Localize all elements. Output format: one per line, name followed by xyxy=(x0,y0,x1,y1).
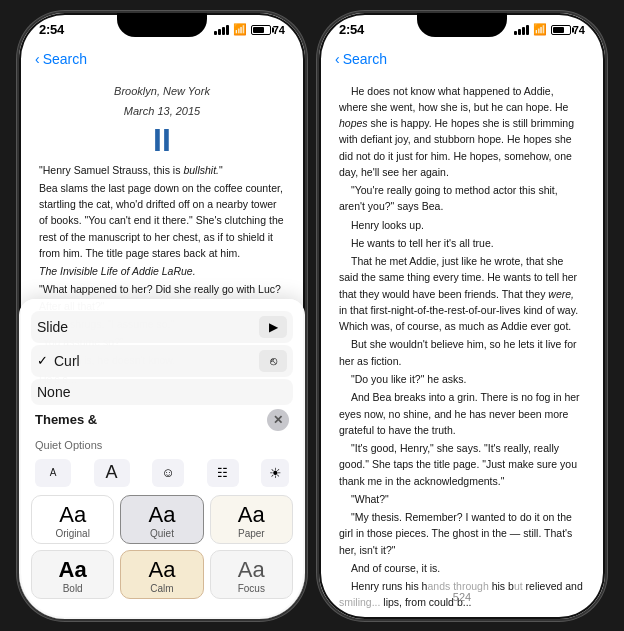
back-button[interactable]: ‹ Search xyxy=(35,51,87,67)
signal-icon xyxy=(214,25,229,35)
right-chevron-left-icon: ‹ xyxy=(335,51,340,67)
right-para-2: Henry looks up. xyxy=(339,217,585,233)
theme-paper-label: Paper xyxy=(238,528,265,539)
theme-quiet-label: Quiet xyxy=(150,528,174,539)
theme-bold-label: Bold xyxy=(63,583,83,594)
layout-button[interactable]: ☷ xyxy=(207,459,239,487)
layout-icon: ☷ xyxy=(217,466,228,480)
right-battery-level: 74 xyxy=(573,24,585,36)
theme-original-label: Original xyxy=(55,528,89,539)
right-para-7: And Bea breaks into a grin. There is no … xyxy=(339,389,585,438)
book-date: March 13, 2015 xyxy=(39,103,285,120)
right-para-8: "It's good, Henry," she says. "It's real… xyxy=(339,440,585,489)
page-number: 524 xyxy=(319,591,605,603)
theme-calm-aa: Aa xyxy=(149,559,176,581)
curl-option[interactable]: ✓ Curl ⎋ xyxy=(31,345,293,377)
theme-calm[interactable]: Aa Calm xyxy=(120,550,203,599)
book-para-1: Bea slams the last page down on the coff… xyxy=(39,180,285,261)
right-para-6: "Do you like it?" he asks. xyxy=(339,371,585,387)
slide-icon-box: ▶ xyxy=(259,316,287,338)
slide-option[interactable]: Slide ▶ xyxy=(31,311,293,343)
book-location: Brooklyn, New York xyxy=(39,83,285,100)
theme-paper[interactable]: Aa Paper xyxy=(210,495,293,544)
right-para-10: "My thesis. Remember? I wanted to do it … xyxy=(339,509,585,558)
theme-quiet-aa: Aa xyxy=(149,504,176,526)
book-content-right: He does not know what happened to Addie,… xyxy=(319,77,605,619)
book-para-2: The Invisible Life of Addie LaRue. xyxy=(39,263,285,279)
book-text-right: He does not know what happened to Addie,… xyxy=(339,83,585,611)
right-signal-icon xyxy=(514,25,529,35)
right-notch xyxy=(417,13,507,37)
right-back-button[interactable]: ‹ Search xyxy=(335,51,387,67)
brightness-button[interactable]: ☀ xyxy=(261,459,289,487)
none-label: None xyxy=(37,384,70,400)
right-status-bar: 2:54 📶 74 xyxy=(319,13,605,41)
theme-paper-aa: Aa xyxy=(238,504,265,526)
right-para-9: "What?" xyxy=(339,491,585,507)
back-label: Search xyxy=(43,51,87,67)
font-style-button[interactable]: ☺ xyxy=(152,459,184,487)
theme-bold[interactable]: Aa Bold xyxy=(31,550,114,599)
theme-calm-label: Calm xyxy=(150,583,173,594)
wifi-icon: 📶 xyxy=(233,23,247,36)
right-para-5: But she wouldn't believe him, so he lets… xyxy=(339,336,585,369)
close-button[interactable]: ✕ xyxy=(267,409,289,431)
chevron-left-icon: ‹ xyxy=(35,51,40,67)
right-para-4: That he met Addie, just like he wrote, t… xyxy=(339,253,585,334)
battery-icon xyxy=(251,25,271,35)
left-nav-bar: ‹ Search xyxy=(19,41,305,77)
font-icon: ☺ xyxy=(161,465,174,480)
left-status-bar: 2:54 📶 74 xyxy=(19,13,305,41)
curl-icon-box: ⎋ xyxy=(259,350,287,372)
font-controls: A A ☺ ☷ ☀ xyxy=(31,459,293,487)
battery: 74 xyxy=(251,24,285,36)
slide-label: Slide xyxy=(37,319,68,335)
right-battery: 74 xyxy=(551,24,585,36)
overlay-panel: Slide ▶ ✓ Curl ⎋ None Themes xyxy=(19,299,305,619)
curl-label: Curl xyxy=(54,353,80,369)
theme-grid: Aa Original Aa Quiet Aa Paper Aa Bold Aa xyxy=(31,495,293,599)
left-phone: 2:54 📶 74 ‹ Search xyxy=(17,11,307,621)
quiet-option-label: Quiet Options xyxy=(31,437,293,453)
theme-focus[interactable]: Aa Focus xyxy=(210,550,293,599)
right-para-11: And of course, it is. xyxy=(339,560,585,576)
right-back-label: Search xyxy=(343,51,387,67)
theme-original[interactable]: Aa Original xyxy=(31,495,114,544)
right-para-3: He wants to tell her it's all true. xyxy=(339,235,585,251)
right-wifi-icon: 📶 xyxy=(533,23,547,36)
right-para-0: He does not know what happened to Addie,… xyxy=(339,83,585,181)
theme-bold-aa: Aa xyxy=(59,559,87,581)
notch xyxy=(117,13,207,37)
slide-icon: ▶ xyxy=(269,320,278,334)
curl-icon: ⎋ xyxy=(270,354,277,368)
left-time: 2:54 xyxy=(39,22,64,37)
chapter-number: II xyxy=(39,124,285,156)
theme-focus-label: Focus xyxy=(238,583,265,594)
right-time: 2:54 xyxy=(339,22,364,37)
theme-quiet[interactable]: Aa Quiet xyxy=(120,495,203,544)
theme-original-aa: Aa xyxy=(59,504,86,526)
right-nav-bar: ‹ Search xyxy=(319,41,605,77)
right-battery-icon xyxy=(551,25,571,35)
right-status-icons: 📶 74 xyxy=(514,23,585,36)
font-decrease-button[interactable]: A xyxy=(35,459,71,487)
themes-title: Themes & xyxy=(35,412,97,427)
checkmark-icon: ✓ xyxy=(37,353,48,368)
font-increase-button[interactable]: A xyxy=(94,459,130,487)
battery-level: 74 xyxy=(273,24,285,36)
right-para-1: "You're really going to method actor thi… xyxy=(339,182,585,215)
status-icons: 📶 74 xyxy=(214,23,285,36)
right-phone: 2:54 📶 74 ‹ Search xyxy=(317,11,607,621)
book-para-0: "Henry Samuel Strauss, this is bullshit.… xyxy=(39,162,285,178)
none-option[interactable]: None xyxy=(31,379,293,405)
theme-focus-aa: Aa xyxy=(238,559,265,581)
themes-header: Themes & ✕ xyxy=(31,407,293,433)
brightness-icon: ☀ xyxy=(269,465,282,481)
